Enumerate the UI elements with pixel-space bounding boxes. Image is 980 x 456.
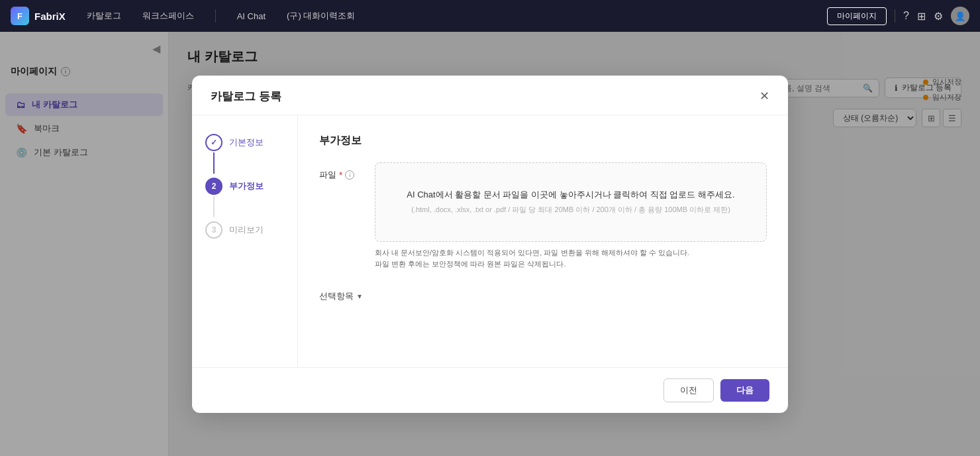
top-navigation: F FabriX 카탈로그 워크스페이스 AI Chat (구) 대화이력조회 … [0, 0, 980, 32]
topnav-right-divider [895, 9, 895, 23]
nav-aichat[interactable]: AI Chat [237, 11, 266, 21]
section-title: 부가정보 [319, 134, 767, 148]
file-upload-dropzone[interactable]: AI Chat에서 활용할 문서 파일을 이곳에 놓아주시거나 클릭하여 직접 … [375, 162, 767, 242]
avatar[interactable]: 👤 [951, 7, 969, 25]
nav-divider [215, 9, 216, 23]
file-notice-line2: 파일 변환 후에는 보안정책에 따라 원본 파일은 삭제됩니다. [375, 258, 767, 270]
step-1-line [213, 152, 215, 174]
nav-workspace[interactable]: 워크스페이스 [142, 10, 194, 22]
logo-text: FabriX [34, 11, 66, 22]
step-1-item: ✓ 기본정보 [205, 134, 284, 175]
modal-close-button[interactable]: ✕ [760, 89, 769, 103]
catalog-register-modal: 카탈로그 등록 ✕ ✓ 기본정보 2 [192, 76, 788, 413]
nav-history[interactable]: (구) 대화이력조회 [287, 10, 355, 22]
file-field-row: 파일 * i AI Chat에서 활용할 문서 파일을 이곳에 놓아주시거나 클… [319, 162, 767, 270]
prev-button[interactable]: 이전 [663, 378, 714, 402]
modal-steps: ✓ 기본정보 2 부가정보 3 [192, 115, 298, 367]
optional-section[interactable]: 선택항목 ▾ [319, 284, 767, 309]
file-field-label: 파일 * i [319, 162, 359, 181]
topnav-right: 마이페이지 ? ⊞ ⚙ 👤 [827, 7, 969, 25]
required-indicator: * [339, 170, 342, 180]
logo[interactable]: F FabriX [11, 7, 66, 25]
step-1-circle: ✓ [205, 134, 222, 151]
chevron-down-icon: ▾ [358, 292, 362, 301]
apps-icon-button[interactable]: ⊞ [917, 10, 926, 23]
step-1-indicator: ✓ [205, 134, 222, 175]
step-3-label: 미리보기 [229, 221, 264, 236]
optional-label: 선택항목 [319, 290, 354, 302]
file-upload-main-text: AI Chat에서 활용할 문서 파일을 이곳에 놓아주시거나 클릭하여 직접 … [407, 189, 734, 201]
file-notice-line1: 회사 내 문서보안/암호화 시스템이 적용되어 있다면, 파일 변환을 위해 해… [375, 247, 767, 259]
modal-overlay: 카탈로그 등록 ✕ ✓ 기본정보 2 [0, 32, 980, 456]
next-button[interactable]: 다음 [720, 379, 769, 402]
step-3-indicator: 3 [205, 221, 222, 239]
step-3-circle: 3 [205, 221, 222, 239]
nav-items: 카탈로그 워크스페이스 AI Chat (구) 대화이력조회 [87, 9, 806, 23]
settings-icon-button[interactable]: ⚙ [934, 10, 943, 23]
modal-footer: 이전 다음 [192, 367, 788, 413]
modal-content-area: 부가정보 파일 * i AI Chat에서 활용할 문서 파일을 이곳에 놓아주… [298, 115, 788, 367]
nav-catalog[interactable]: 카탈로그 [87, 10, 121, 22]
file-upload-sub-text: (.html, .docx, .xlsx, .txt or .pdf / 파일 … [411, 205, 730, 215]
modal-title: 카탈로그 등록 [211, 89, 281, 104]
logo-icon: F [11, 7, 29, 25]
step-2-indicator: 2 [205, 178, 222, 219]
step-2-line [213, 196, 215, 217]
help-icon-button[interactable]: ? [903, 10, 909, 22]
modal-header: 카탈로그 등록 ✕ [192, 76, 788, 115]
step-2-circle: 2 [205, 178, 222, 195]
step-2-label: 부가정보 [229, 178, 264, 192]
step-2-item: 2 부가정보 [205, 178, 284, 219]
mypage-button[interactable]: 마이페이지 [827, 7, 887, 25]
step-1-label: 기본정보 [229, 134, 264, 148]
step-3-item: 3 미리보기 [205, 221, 284, 239]
modal-body: ✓ 기본정보 2 부가정보 3 [192, 115, 788, 367]
field-info-icon: i [345, 170, 354, 180]
file-notice: 회사 내 문서보안/암호화 시스템이 적용되어 있다면, 파일 변환을 위해 해… [375, 247, 767, 270]
